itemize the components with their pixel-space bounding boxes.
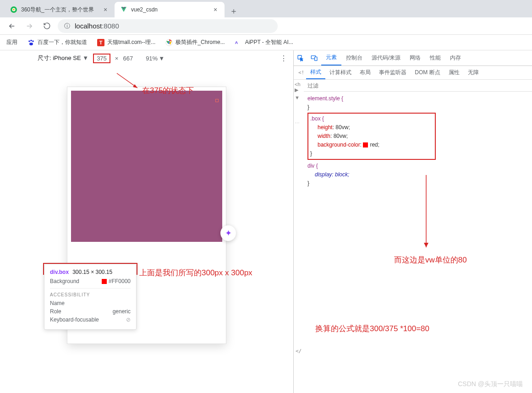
bookmark-chrome-ext[interactable]: 极简插件_Chrome... (165, 38, 225, 46)
filter-row (304, 80, 532, 92)
box-rule: .box { height: 80vw; width: 80vw; backgr… (307, 113, 436, 160)
tab-strip: 360导航_一个主页，整个世界 × vue2_csdn × ＋ (0, 0, 532, 17)
tab-sources[interactable]: 源代码/来源 (367, 50, 405, 66)
svg-point-2 (13, 9, 15, 11)
tooltip-role-label: Role (50, 308, 61, 315)
chrome-icon (165, 39, 173, 46)
tmall-icon: T (97, 39, 104, 46)
tab-elements[interactable]: 元素 (321, 50, 341, 66)
back-button[interactable] (5, 20, 18, 33)
apps-label[interactable]: 应用 (6, 38, 17, 46)
new-tab-button[interactable]: ＋ (227, 5, 240, 17)
tooltip-dims: 300.15 × 300.15 (72, 269, 112, 275)
subtab-computed[interactable]: 计算样式 (325, 66, 356, 79)
device-toolbar: 尺寸: iPhone SE ▼ 375 × 667 91% ▼ ⋮ (0, 50, 293, 66)
tab-network[interactable]: 网络 (405, 50, 425, 66)
tab-console[interactable]: 控制台 (341, 50, 367, 66)
tab-1[interactable]: vue2_csdn × (115, 2, 225, 17)
bookmark-baidu[interactable]: 百度一下，你就知道 (27, 38, 87, 46)
tab-memory[interactable]: 内存 (445, 50, 466, 66)
dim-separator: × (115, 55, 119, 62)
close-icon[interactable]: × (102, 6, 109, 13)
paw-icon (27, 39, 35, 46)
sparkle-icon[interactable]: ✦ (220, 225, 236, 241)
no-icon: ⊘ (126, 317, 131, 323)
url-field[interactable]: ⓘ localhost:8080 (58, 19, 278, 33)
address-bar: ⓘ localhost:8080 (0, 17, 532, 35)
svg-point-5 (32, 40, 34, 42)
left-pane: 尺寸: iPhone SE ▼ 375 × 667 91% ▼ ⋮ ✦ (0, 50, 293, 393)
zoom-selector[interactable]: 91% ▼ (146, 55, 165, 62)
reload-button[interactable] (40, 20, 53, 33)
forward-button[interactable] (23, 20, 36, 33)
viewport-width[interactable]: 375 (93, 54, 110, 63)
subtab-dom-bp[interactable]: DOM 断点 (411, 66, 444, 79)
elements-gutter: <h ▶ ▼ … (294, 80, 304, 393)
devtools-tabs: 元素 控制台 源代码/来源 网络 性能 内存 (294, 50, 532, 66)
tooltip-role-value: generic (113, 308, 131, 315)
device-toggle-icon[interactable] (307, 55, 321, 62)
watermark: CSDN @头顶一只喵喵 (458, 380, 523, 388)
subtab-props[interactable]: 属性 (444, 66, 464, 79)
kebab-icon[interactable]: ⋮ (280, 54, 288, 63)
bookmark-label: 极简插件_Chrome... (176, 38, 225, 46)
subtab-layout[interactable]: 布局 (356, 66, 375, 79)
elements-comment: <! (298, 70, 304, 76)
viewport-height[interactable]: 667 (123, 55, 133, 62)
tooltip-kbd-label: Keyboard-focusable (50, 317, 99, 323)
bookmarks-bar: 应用 百度一下，你就知道 T 天猫tmall.com--理... 极简插件_Ch… (0, 35, 532, 50)
devtools-pane: 元素 控制台 源代码/来源 网络 性能 内存 <! 样式 计算样式 布局 事件监… (293, 50, 532, 393)
subtab-events[interactable]: 事件监听器 (375, 66, 411, 79)
url-port: :8080 (102, 22, 119, 30)
bookmark-aippt[interactable]: A AiPPT - 全智能 AI... (235, 38, 293, 46)
close-tag: </ (296, 347, 302, 355)
tooltip-selector: div.box (50, 269, 69, 275)
viewport-wrap: ✦ (0, 66, 293, 393)
device-selector[interactable]: 尺寸: iPhone SE ▼ (38, 54, 88, 62)
tab-0[interactable]: 360导航_一个主页，整个世界 × (5, 2, 115, 17)
favicon-vue-icon (120, 6, 127, 13)
color-swatch-icon[interactable] (363, 142, 368, 147)
bookmark-tmall[interactable]: T 天猫tmall.com--理... (97, 38, 155, 46)
svg-rect-13 (315, 57, 317, 60)
bookmark-label: 天猫tmall.com--理... (107, 38, 155, 46)
tab-title-1: vue2_csdn (131, 6, 209, 13)
tooltip-bg-label: Background (50, 278, 79, 284)
subtab-styles[interactable]: 样式 (306, 66, 325, 79)
main-row: 尺寸: iPhone SE ▼ 375 × 667 91% ▼ ⋮ ✦ 元素 控… (0, 50, 532, 393)
aippt-icon: A (235, 39, 242, 46)
css-pane[interactable]: element.style { } .box { height: 80vw; w… (304, 92, 532, 191)
selection-marker-icon (215, 99, 219, 102)
favicon-360-icon (10, 6, 17, 13)
filter-input[interactable] (307, 82, 528, 89)
elements-row: <h ▶ ▼ … element.style { } .box { height… (294, 80, 532, 393)
color-swatch-icon (102, 279, 107, 284)
url-host: localhost (75, 22, 102, 30)
svg-text:T: T (99, 40, 103, 45)
site-info-icon[interactable]: ⓘ (64, 22, 70, 30)
svg-point-6 (29, 43, 33, 45)
svg-point-3 (28, 40, 30, 42)
close-icon[interactable]: × (212, 6, 219, 13)
subtab-a11y[interactable]: 无障 (464, 66, 483, 79)
styles-subtabs: <! 样式 计算样式 布局 事件监听器 DOM 断点 属性 无障 (294, 66, 532, 80)
tab-performance[interactable]: 性能 (425, 50, 445, 66)
inspect-icon[interactable] (294, 55, 307, 62)
tooltip-name-label: Name (50, 300, 65, 306)
styles-column: element.style { } .box { height: 80vw; w… (304, 80, 532, 393)
tooltip-acc-header: ACCESSIBILITY (50, 288, 131, 297)
svg-point-4 (30, 39, 32, 41)
bookmark-label: AiPPT - 全智能 AI... (245, 38, 293, 46)
tab-title-0: 360导航_一个主页，整个世界 (21, 6, 99, 14)
element-tooltip: div.box300.15 × 300.15 Background#FF0000… (44, 264, 137, 330)
bookmark-label: 百度一下，你就知道 (38, 38, 87, 46)
tooltip-bg-value: #FF0000 (109, 278, 131, 284)
box-element[interactable] (71, 91, 222, 242)
